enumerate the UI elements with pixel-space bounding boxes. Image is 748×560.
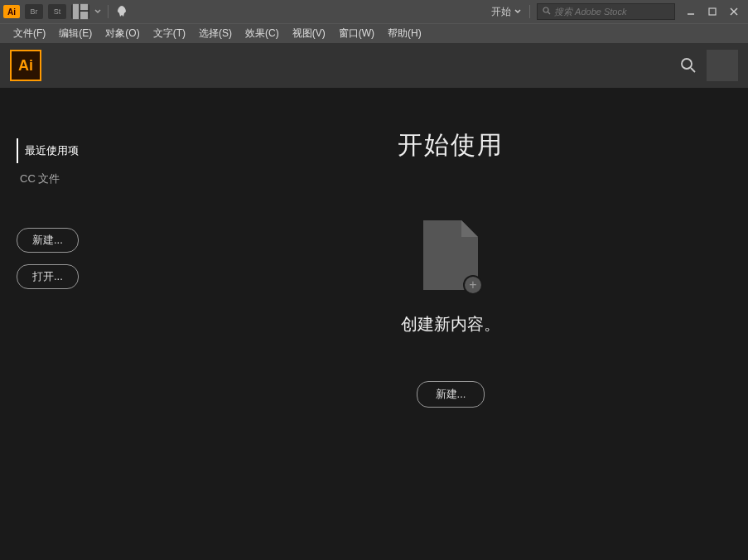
workspace-label: 开始 (491, 5, 511, 19)
menu-file[interactable]: 文件(F) (7, 25, 52, 42)
sidebar-item-recent[interactable]: 最近使用项 (17, 138, 138, 163)
stock-search-input[interactable] (554, 7, 669, 17)
stock-icon[interactable]: St (48, 4, 66, 19)
menu-window[interactable]: 窗口(W) (332, 25, 381, 42)
menu-object[interactable]: 对象(O) (99, 25, 146, 42)
menu-edit[interactable]: 编辑(E) (52, 25, 99, 42)
svg-rect-2 (80, 12, 88, 19)
main-area: 最近使用项 CC 文件 新建... 打开... 开始使用 + 创建新内容。 新建… (0, 89, 748, 560)
start-title: 开始使用 (398, 128, 504, 162)
content: 开始使用 + 创建新内容。 新建... (153, 89, 748, 560)
plus-icon: + (463, 275, 483, 295)
app-logo-small[interactable]: Ai (3, 5, 20, 18)
bridge-icon[interactable]: Br (25, 4, 43, 19)
app-logo-big: Ai (10, 50, 41, 81)
divider (108, 5, 109, 18)
menu-select[interactable]: 选择(S) (192, 25, 239, 42)
sidebar-nav: 最近使用项 CC 文件 (17, 138, 138, 195)
minimize-button[interactable] (680, 3, 702, 20)
chevron-down-icon[interactable] (94, 8, 101, 15)
maximize-button[interactable] (702, 3, 723, 20)
window-controls (680, 3, 745, 20)
close-button[interactable] (723, 3, 745, 20)
titlebar-left: Ai Br St (3, 4, 128, 19)
divider (529, 5, 530, 18)
titlebar: Ai Br St 开始 (0, 0, 748, 23)
toolbar-panel-button[interactable] (707, 50, 738, 81)
toolbar-search-icon[interactable] (677, 54, 700, 77)
search-icon (543, 7, 551, 17)
sidebar-open-button[interactable]: 打开... (17, 264, 79, 289)
svg-rect-6 (709, 8, 716, 15)
svg-rect-0 (73, 4, 79, 19)
workspace-dropdown[interactable]: 开始 (485, 3, 528, 21)
svg-line-4 (548, 12, 551, 15)
arrange-icon[interactable] (71, 4, 89, 19)
svg-point-3 (543, 7, 548, 12)
menu-view[interactable]: 视图(V) (286, 25, 332, 42)
sidebar-item-ccfiles[interactable]: CC 文件 (17, 167, 138, 191)
sidebar: 最近使用项 CC 文件 新建... 打开... (0, 89, 153, 560)
menu-effect[interactable]: 效果(C) (239, 25, 286, 42)
sidebar-new-button[interactable]: 新建... (17, 228, 79, 253)
content-new-button[interactable]: 新建... (417, 381, 485, 408)
rocket-icon[interactable] (115, 5, 128, 18)
svg-rect-1 (80, 4, 88, 10)
toolbar: Ai (0, 43, 748, 89)
create-text: 创建新内容。 (401, 313, 500, 336)
menubar: 文件(F) 编辑(E) 对象(O) 文字(T) 选择(S) 效果(C) 视图(V… (0, 23, 748, 43)
svg-point-9 (682, 59, 692, 69)
svg-line-10 (691, 68, 695, 72)
menu-help[interactable]: 帮助(H) (381, 25, 428, 42)
new-document-icon: + (423, 220, 478, 290)
stock-search-box[interactable] (537, 3, 675, 20)
menu-type[interactable]: 文字(T) (147, 25, 192, 42)
